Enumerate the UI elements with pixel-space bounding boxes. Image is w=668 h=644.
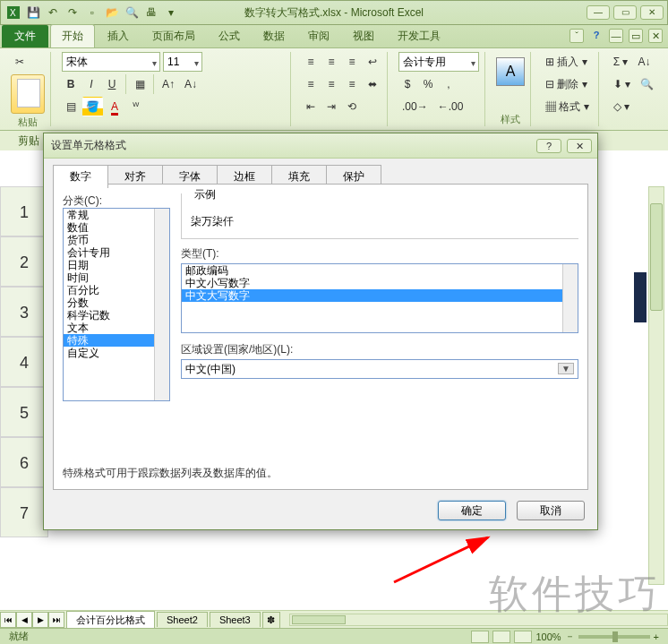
zoom-level[interactable]: 100% [535, 631, 561, 642]
cat-item[interactable]: 自定义 [64, 347, 169, 359]
category-list[interactable]: 常规 数值 货币 会计专用 日期 时间 百分比 分数 科学记数 文本 特殊 自定… [63, 208, 170, 401]
row-header[interactable]: 4 [0, 337, 48, 387]
view-pagebreak-icon[interactable] [514, 631, 532, 643]
phonetic-button[interactable]: ᵂ [126, 97, 144, 116]
align-right-icon[interactable]: ≡ [343, 74, 361, 94]
tab-file[interactable]: 文件 [2, 25, 48, 47]
fill-button[interactable]: ⬇ ▾ [610, 74, 634, 94]
indent-dec-icon[interactable]: ⇤ [302, 97, 320, 116]
locale-select[interactable]: 中文(中国) [181, 359, 578, 379]
font-size-select[interactable]: 11 [163, 52, 202, 72]
cat-item[interactable]: 会计专用 [64, 246, 169, 259]
hscroll-thumb[interactable] [292, 615, 346, 624]
font-name-select[interactable]: 宋体 [62, 52, 160, 72]
help-icon[interactable]: ? [589, 29, 604, 43]
view-pagelayout-icon[interactable] [492, 631, 510, 643]
sheet-first-icon[interactable]: ⏮ [0, 612, 16, 628]
wrap-text-button[interactable]: ↩ [364, 52, 381, 72]
cat-item[interactable]: 科学记数 [64, 309, 169, 322]
find-icon[interactable]: 🔍 [637, 74, 657, 94]
ok-button[interactable]: 确定 [438, 501, 506, 520]
ribbon-min-icon[interactable]: ˇ [570, 29, 584, 43]
tab-formulas[interactable]: 公式 [208, 25, 251, 47]
sort-icon[interactable]: A↓ [634, 52, 654, 72]
zoom-in-button[interactable]: + [654, 631, 659, 642]
align-left-icon[interactable]: ≡ [302, 74, 320, 94]
borders-icon[interactable]: ▤ [62, 97, 80, 116]
dec-decimal-icon[interactable]: ←.00 [434, 97, 467, 116]
cancel-button[interactable]: 取消 [517, 501, 585, 520]
dialog-titlebar[interactable]: 设置单元格格式 ? ✕ [44, 133, 597, 159]
align-top-icon[interactable]: ≡ [302, 52, 320, 72]
doc-restore-icon[interactable]: ▭ [629, 29, 643, 43]
cat-item[interactable]: 时间 [64, 271, 169, 284]
cat-item[interactable]: 货币 [64, 234, 169, 246]
currency-icon[interactable]: $ [398, 74, 416, 94]
close-button[interactable]: ✕ [640, 5, 664, 20]
row-header[interactable]: 2 [0, 236, 48, 287]
zoom-out-button[interactable]: － [565, 630, 575, 643]
cat-item[interactable]: 常规 [64, 209, 169, 221]
sheet-prev-icon[interactable]: ◀ [16, 612, 32, 628]
zoom-slider[interactable] [578, 635, 650, 639]
styles-label[interactable]: 样式 [496, 113, 525, 126]
type-item[interactable]: 邮政编码 [182, 264, 578, 277]
italic-button[interactable]: I [82, 74, 100, 94]
tab-developer[interactable]: 开发工具 [387, 25, 451, 47]
styles-icon[interactable]: A [496, 57, 525, 86]
row-header[interactable]: 6 [0, 437, 48, 487]
tab-data[interactable]: 数据 [253, 25, 295, 47]
maximize-button[interactable]: ▭ [613, 5, 637, 20]
paste-icon[interactable] [11, 74, 45, 114]
row-header[interactable]: 7 [0, 487, 48, 537]
type-item[interactable]: 中文小写数字 [182, 277, 578, 289]
doc-min-icon[interactable]: — [609, 29, 623, 43]
delete-button[interactable]: ⊟ 删除 ▾ [542, 74, 591, 94]
dlg-tab-number[interactable]: 数字 [53, 165, 108, 188]
cat-item[interactable]: 百分比 [64, 284, 169, 296]
cat-item[interactable]: 数值 [64, 221, 169, 234]
percent-icon[interactable]: % [419, 74, 437, 94]
cat-item[interactable]: 文本 [64, 322, 169, 334]
insert-button[interactable]: ⊞ 插入 ▾ [542, 52, 591, 72]
view-normal-icon[interactable] [471, 631, 489, 643]
type-list[interactable]: 邮政编码 中文小写数字 中文大写数字 [181, 263, 578, 333]
type-item-selected[interactable]: 中文大写数字 [182, 289, 578, 302]
tab-home[interactable]: 开始 [50, 24, 95, 47]
underline-button[interactable]: U [103, 74, 121, 94]
sheet-tab[interactable]: Sheet3 [210, 612, 261, 627]
sheet-last-icon[interactable]: ⏭ [48, 612, 64, 628]
cut-icon[interactable]: ✂ [11, 52, 29, 72]
cat-item[interactable]: 日期 [64, 259, 169, 271]
number-format-select[interactable]: 会计专用 [398, 52, 479, 72]
align-center-icon[interactable]: ≡ [322, 74, 340, 94]
align-mid-icon[interactable]: ≡ [322, 52, 340, 72]
cat-item-selected[interactable]: 特殊 [64, 334, 169, 347]
grow-font-button[interactable]: A↑ [158, 74, 178, 94]
shrink-font-button[interactable]: A↓ [181, 74, 201, 94]
new-sheet-icon[interactable]: ✽ [262, 612, 280, 628]
align-bot-icon[interactable]: ≡ [343, 52, 361, 72]
border-button[interactable]: ▦ [131, 74, 149, 94]
minimize-button[interactable]: — [587, 5, 610, 20]
cat-item[interactable]: 分数 [64, 296, 169, 309]
merge-button[interactable]: ⬌ [364, 74, 381, 94]
sheet-tab[interactable]: Sheet2 [157, 612, 208, 627]
row-header[interactable]: 5 [0, 387, 48, 437]
sum-button[interactable]: Σ ▾ [610, 52, 632, 72]
fill-color-button[interactable]: 🪣 [82, 97, 103, 116]
inc-decimal-icon[interactable]: .00→ [398, 97, 432, 116]
tab-insert[interactable]: 插入 [97, 25, 140, 47]
row-header[interactable]: 3 [0, 287, 48, 337]
sheet-next-icon[interactable]: ▶ [32, 612, 48, 628]
sheet-tab-active[interactable]: 会计百分比格式 [66, 611, 155, 629]
dialog-help-button[interactable]: ? [536, 139, 561, 153]
comma-icon[interactable]: , [440, 74, 458, 94]
row-header[interactable]: 1 [0, 186, 48, 236]
tab-view[interactable]: 视图 [342, 25, 385, 47]
orientation-icon[interactable]: ⟲ [343, 97, 361, 116]
tab-pagelayout[interactable]: 页面布局 [141, 25, 206, 47]
bold-button[interactable]: B [62, 74, 80, 94]
font-color-button[interactable]: A [106, 97, 124, 116]
format-button[interactable]: ▦ 格式 ▾ [542, 97, 593, 116]
